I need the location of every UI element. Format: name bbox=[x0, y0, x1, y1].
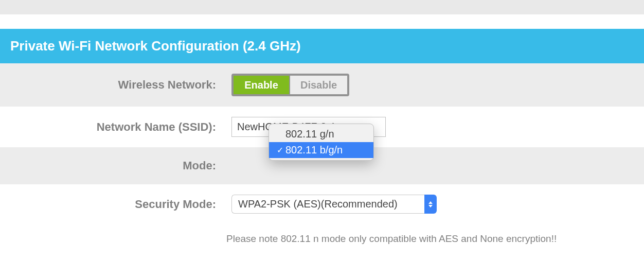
compatibility-note: Please note 802.11 n mode only compatibl… bbox=[0, 224, 644, 259]
wireless-toggle[interactable]: Enable Disable bbox=[231, 74, 349, 96]
mode-option-label: 802.11 g/n bbox=[285, 128, 334, 140]
mode-option-label: 802.11 b/g/n bbox=[285, 144, 343, 156]
mode-option-bgn[interactable]: ✓ 802.11 b/g/n bbox=[269, 142, 373, 158]
enable-button[interactable]: Enable bbox=[234, 76, 290, 94]
wifi-config-panel: Private Wi-Fi Network Configuration (2.4… bbox=[0, 29, 644, 259]
row-security-mode: Security Mode: WPA2-PSK (AES)(Recommende… bbox=[0, 184, 644, 224]
mode-dropdown[interactable]: ✓ 802.11 g/n ✓ 802.11 b/g/n bbox=[269, 124, 374, 161]
security-mode-value: WPA2-PSK (AES)(Recommended) bbox=[231, 195, 424, 214]
top-spacer bbox=[0, 0, 644, 14]
row-wireless-network: Wireless Network: Enable Disable bbox=[0, 63, 644, 107]
security-mode-select[interactable]: WPA2-PSK (AES)(Recommended) bbox=[231, 195, 437, 214]
select-arrows-icon bbox=[424, 195, 437, 214]
row-mode: Mode: ✓ 802.11 g/n ✓ 802.11 b/g/n bbox=[0, 147, 644, 184]
mode-label: Mode: bbox=[5, 159, 231, 172]
wireless-network-label: Wireless Network: bbox=[5, 78, 231, 92]
disable-button[interactable]: Disable bbox=[290, 76, 347, 94]
panel-title: Private Wi-Fi Network Configuration (2.4… bbox=[0, 29, 644, 63]
security-mode-label: Security Mode: bbox=[5, 198, 231, 211]
ssid-label: Network Name (SSID): bbox=[5, 120, 231, 134]
check-icon: ✓ bbox=[274, 145, 285, 155]
mode-option-gn[interactable]: ✓ 802.11 g/n bbox=[269, 126, 373, 142]
